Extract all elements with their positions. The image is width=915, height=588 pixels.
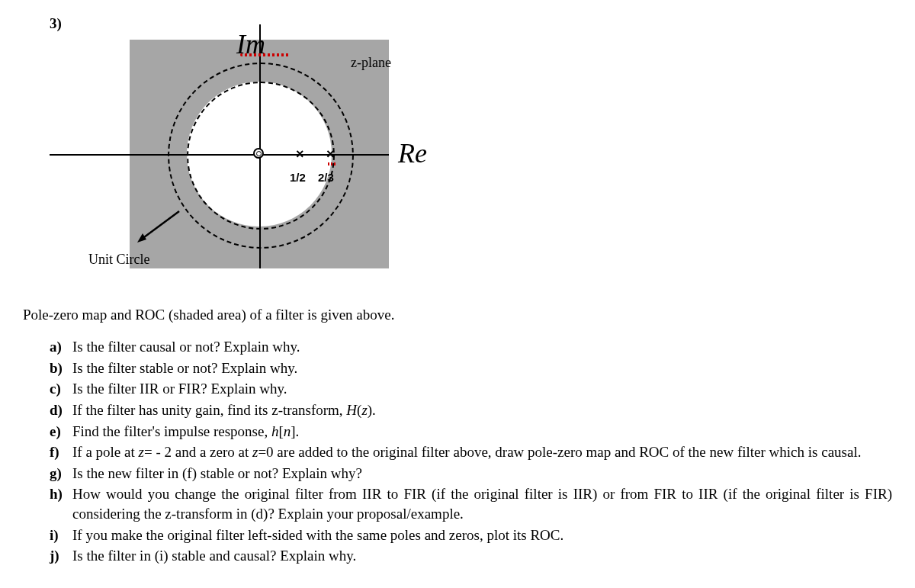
question-letter: f) <box>50 442 59 462</box>
question-text: Is the filter stable or not? Explain why… <box>72 360 297 376</box>
question-letter: e) <box>50 422 61 442</box>
question-number: 3) <box>50 15 892 32</box>
question-text: Is the filter causal or not? Explain why… <box>72 339 300 355</box>
question-text: If the filter has unity gain, find its z… <box>72 402 376 418</box>
question-letter: j) <box>50 546 59 566</box>
question-h: h)How would you change the original filt… <box>50 484 892 523</box>
real-axis-label: Re <box>398 137 427 169</box>
question-letter: c) <box>50 379 61 399</box>
question-text: Is the filter in (i) stable and causal? … <box>72 548 356 564</box>
question-g: g)Is the new filter in (f) stable or not… <box>50 464 892 484</box>
question-f: f)If a pole at z= - 2 and a zero at z=0 … <box>50 442 892 462</box>
question-c: c)Is the filter IIR or FIR? Explain why. <box>50 379 892 399</box>
question-text: Is the filter IIR or FIR? Explain why. <box>72 381 287 397</box>
pole-label-two-thirds: 2/3 <box>318 171 334 184</box>
question-text: If you make the original filter left-sid… <box>72 527 563 543</box>
question-text: If a pole at z= - 2 and a zero at z=0 ar… <box>72 444 861 460</box>
unit-circle-arrow-icon <box>130 207 183 246</box>
imaginary-axis-label: Im <box>236 31 290 56</box>
real-axis-left <box>50 154 130 156</box>
imaginary-axis <box>259 24 261 268</box>
zero-at-origin-icon <box>253 148 264 159</box>
question-j: j)Is the filter in (i) stable and causal… <box>50 546 892 566</box>
question-letter: i) <box>50 525 59 545</box>
pole-marker-1: × <box>296 146 304 162</box>
question-letter: g) <box>50 464 62 484</box>
svg-line-0 <box>141 211 179 239</box>
pole-zero-diagram: × × 1/2 2/3 z-plane Im Re Unit Circle <box>84 40 511 284</box>
question-i: i)If you make the original filter left-s… <box>50 525 892 545</box>
question-text: Is the new filter in (f) stable or not? … <box>72 465 362 481</box>
question-letter: b) <box>50 358 63 378</box>
question-text: Find the filter's impulse response, h[n]… <box>72 423 299 439</box>
im-text: Im <box>236 29 265 59</box>
question-letter: d) <box>50 400 63 420</box>
pole-label-half: 1/2 <box>290 171 306 184</box>
question-b: b)Is the filter stable or not? Explain w… <box>50 358 892 378</box>
zplane-label: z-plane <box>351 55 391 71</box>
svg-marker-1 <box>137 233 146 243</box>
question-a: a)Is the filter causal or not? Explain w… <box>50 337 892 357</box>
question-text: How would you change the original filter… <box>72 486 892 522</box>
question-letter: h) <box>50 484 63 504</box>
question-list: a)Is the filter causal or not? Explain w… <box>50 337 892 566</box>
question-e: e)Find the filter's impulse response, h[… <box>50 422 892 442</box>
diagram-description: Pole-zero map and ROC (shaded area) of a… <box>23 307 892 323</box>
pole-marker-2: × <box>326 146 335 162</box>
unit-circle-label: Unit Circle <box>88 252 149 268</box>
question-d: d)If the filter has unity gain, find its… <box>50 400 892 420</box>
question-letter: a) <box>50 337 62 357</box>
